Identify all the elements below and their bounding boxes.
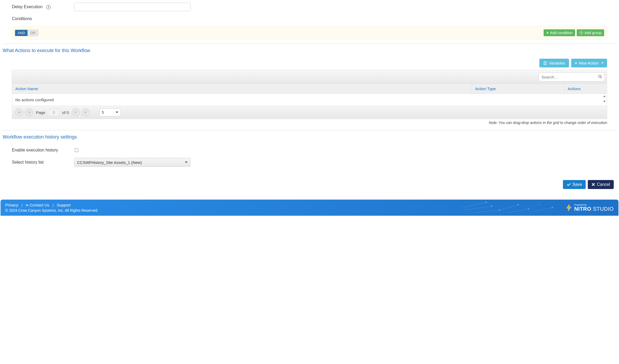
svg-line-14 <box>507 209 529 213</box>
grid-empty-text: No actions configured <box>12 94 607 106</box>
delay-execution-input[interactable] <box>74 3 190 11</box>
enable-history-row: Enable execution history <box>3 145 616 155</box>
first-page-icon <box>17 111 21 114</box>
separator: | <box>52 203 53 207</box>
grid-pager: Page of 0 5 <box>12 106 607 119</box>
svg-point-15 <box>528 208 529 210</box>
nitro-light: STUDIO <box>591 206 614 212</box>
plus-circle-icon: + <box>579 31 583 35</box>
svg-point-13 <box>517 204 519 206</box>
next-page-icon <box>74 111 77 114</box>
nitro-text: Powered by NITRO STUDIO <box>574 204 614 211</box>
nitro-brand: NITRO STUDIO <box>574 206 614 211</box>
divider <box>3 44 616 44</box>
move-down-icon[interactable] <box>603 101 606 102</box>
variables-button[interactable]: Variables <box>539 59 569 67</box>
separator: | <box>21 203 22 207</box>
save-button[interactable]: Save <box>563 180 586 189</box>
col-action-type[interactable]: Action Type <box>472 84 565 94</box>
footer-actions: Save Cancel <box>3 175 616 200</box>
prev-page-icon <box>28 111 30 114</box>
col-action-name[interactable]: Action Name <box>12 84 472 94</box>
add-condition-button[interactable]: + Add condition <box>544 29 575 36</box>
history-section: Workflow execution history settings Enab… <box>3 132 616 175</box>
privacy-link[interactable]: Privacy <box>5 203 18 207</box>
page-number-input[interactable] <box>48 109 60 116</box>
page-size-select[interactable]: 5 <box>99 108 121 116</box>
actions-section-title: What Actions to execute for this Workflo… <box>3 45 616 59</box>
footer-links: Privacy | ✉ Contact Us | Support © 2024 … <box>5 203 98 213</box>
svg-point-7 <box>485 201 487 203</box>
condition-actions: + Add condition + Add group <box>544 29 604 36</box>
nitro-bolt-icon <box>565 204 573 211</box>
search-icon[interactable] <box>598 74 603 79</box>
svg-line-8 <box>465 206 491 210</box>
move-up-icon[interactable] <box>603 95 606 97</box>
enable-history-checkbox[interactable] <box>75 148 78 152</box>
pager-first-button[interactable] <box>15 108 23 117</box>
document-icon <box>543 61 547 65</box>
page-of-label: of 0 <box>62 110 69 115</box>
delay-execution-label: Delay Execution i <box>12 4 74 9</box>
check-icon <box>567 182 571 187</box>
page-footer: Privacy | ✉ Contact Us | Support © 2024 … <box>1 200 618 216</box>
save-label: Save <box>572 182 582 187</box>
chevron-down-icon <box>601 62 603 64</box>
contact-link[interactable]: Contact Us <box>30 203 49 207</box>
grid-toolbar <box>12 70 607 84</box>
delay-execution-row: Delay Execution i <box>3 0 616 14</box>
divider <box>3 130 616 130</box>
pager-last-button[interactable] <box>81 108 90 117</box>
grid-body: No actions configured <box>12 94 607 106</box>
chevron-down-icon <box>116 112 118 113</box>
new-action-label: New Action <box>579 61 599 65</box>
support-link[interactable]: Support <box>57 203 71 207</box>
svg-line-5 <box>601 77 602 78</box>
svg-line-6 <box>462 202 486 208</box>
history-list-value: CCSWFHistory_Site Assets_1 (New) <box>77 160 142 165</box>
and-or-toggle: AND OR <box>15 30 38 36</box>
toggle-and[interactable]: AND <box>15 30 28 36</box>
select-history-row: Select history list CCSWFHistory_Site As… <box>3 155 616 169</box>
pager-prev-button[interactable] <box>25 108 33 117</box>
svg-point-11 <box>499 209 500 211</box>
svg-line-12 <box>499 205 518 210</box>
svg-point-18 <box>552 207 553 208</box>
plus-icon: + <box>575 61 577 65</box>
history-list-select[interactable]: CCSWFHistory_Site Assets_1 (New) <box>74 158 190 167</box>
cancel-label: Cancel <box>597 182 610 187</box>
add-condition-label: Add condition <box>550 31 573 35</box>
page-label: Page <box>36 110 45 115</box>
search-input[interactable] <box>539 72 605 81</box>
info-icon[interactable]: i <box>46 5 51 9</box>
nitro-logo: Powered by NITRO STUDIO <box>565 204 614 211</box>
actions-toolbar: Variables + New Action <box>3 59 616 70</box>
cancel-button[interactable]: Cancel <box>588 180 614 189</box>
enable-history-label: Enable execution history <box>12 148 74 153</box>
close-icon <box>591 183 595 186</box>
toggle-or[interactable]: OR <box>28 30 38 36</box>
chevron-down-icon <box>185 162 188 163</box>
mail-icon: ✉ <box>26 203 29 207</box>
last-page-icon <box>84 111 87 114</box>
pager-next-button[interactable] <box>71 108 80 117</box>
conditions-panel: AND OR + Add condition + Add group <box>12 26 607 40</box>
plus-icon: + <box>546 31 549 35</box>
search-box <box>539 72 605 81</box>
history-section-title: Workflow execution history settings <box>3 132 616 145</box>
new-action-button[interactable]: + New Action <box>571 59 607 67</box>
svg-point-4 <box>599 75 601 77</box>
select-history-label: Select history list <box>12 160 74 165</box>
delay-label-text: Delay Execution <box>12 4 43 9</box>
sort-arrows <box>603 95 606 102</box>
add-group-button[interactable]: + Add group <box>577 29 604 36</box>
variables-label: Variables <box>549 61 565 65</box>
grid-note: Note: You can drag-drop actions in the g… <box>3 119 616 129</box>
circuit-decoration <box>460 200 566 215</box>
svg-point-16 <box>538 202 541 205</box>
footer-top-links: Privacy | ✉ Contact Us | Support <box>5 203 98 207</box>
copyright: © 2024 Crow Canyon Systems, Inc. All Rig… <box>5 208 98 213</box>
col-actions: Actions <box>565 84 607 94</box>
svg-line-17 <box>534 208 552 211</box>
svg-point-9 <box>491 205 492 207</box>
